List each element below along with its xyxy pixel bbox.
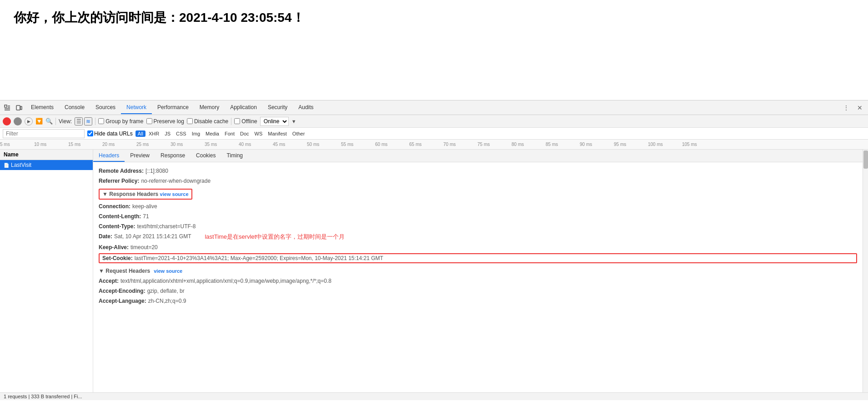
- filter-xhr-btn[interactable]: XHR: [146, 130, 161, 137]
- tick-55ms: 55 ms: [341, 142, 353, 147]
- toolbar-divider-1: [55, 118, 56, 125]
- tick-60ms: 60 ms: [375, 142, 387, 147]
- filter-manifest-btn[interactable]: Manifest: [266, 130, 289, 137]
- tab-application[interactable]: Application: [225, 101, 262, 114]
- detail-tab-cookies[interactable]: Cookies: [191, 150, 221, 162]
- filter-media-btn[interactable]: Media: [203, 130, 221, 137]
- inspect-icon[interactable]: [2, 102, 13, 113]
- hide-data-urls-checkbox[interactable]: [87, 130, 93, 136]
- record-button[interactable]: [3, 117, 11, 125]
- detail-tab-preview[interactable]: Preview: [125, 150, 155, 162]
- offline-label[interactable]: Offline: [234, 118, 257, 125]
- filter-js-btn[interactable]: JS: [162, 130, 173, 137]
- detail-tab-headers[interactable]: Headers: [93, 150, 125, 162]
- list-view-icon[interactable]: ☰: [75, 117, 83, 125]
- detail-scrollbar[interactable]: [863, 150, 868, 392]
- hide-data-urls-label[interactable]: Hide data URLs: [87, 130, 133, 137]
- device-toolbar-icon[interactable]: [14, 102, 25, 113]
- svg-rect-5: [16, 105, 20, 110]
- close-devtools-icon[interactable]: ✕: [854, 102, 865, 113]
- group-by-frame-checkbox[interactable]: [98, 118, 104, 124]
- response-headers-toggle[interactable]: ▼ Response Headers: [102, 191, 158, 197]
- content-length-row: Content-Length: 71: [99, 211, 857, 221]
- content-type-value: text/html;charset=UTF-8: [137, 222, 196, 231]
- page-content: 你好，你上次的访问时间是：2021-4-10 23:05:54！: [0, 0, 868, 100]
- toolbar-divider-3: [231, 118, 231, 125]
- request-headers-toggle[interactable]: ▼ Request Headers: [99, 268, 150, 274]
- filter-ws-btn[interactable]: WS: [252, 130, 265, 137]
- tick-45ms: 45 ms: [273, 142, 285, 147]
- filter-icon[interactable]: 🔽: [35, 118, 43, 125]
- accept-encoding-row: Accept-Encoding: gzip, deflate, br: [99, 286, 857, 296]
- tick-65ms: 65 ms: [409, 142, 421, 147]
- tab-audits[interactable]: Audits: [293, 101, 319, 114]
- search-icon[interactable]: 🔍: [45, 118, 53, 125]
- filter-img-btn[interactable]: Img: [190, 130, 202, 137]
- detail-tab-timing[interactable]: Timing: [221, 150, 248, 162]
- video-button[interactable]: ▶: [25, 117, 33, 125]
- group-by-frame-label[interactable]: Group by frame: [98, 118, 143, 125]
- status-bar: 1 requests | 333 B transferred | Fi...: [0, 392, 868, 400]
- devtools-tabs-list: Elements Console Sources Network Perform…: [25, 101, 841, 114]
- request-item-lastvisit[interactable]: 📄 LastVisit: [0, 160, 93, 170]
- tab-memory[interactable]: Memory: [194, 101, 225, 114]
- tick-105ms: 105 ms: [682, 142, 697, 147]
- tab-network[interactable]: Network: [121, 101, 152, 114]
- remote-address-label: Remote Address:: [99, 167, 144, 175]
- tick-85ms: 85 ms: [546, 142, 558, 147]
- filter-font-btn[interactable]: Font: [222, 130, 237, 137]
- request-view-source-link[interactable]: view source: [154, 268, 182, 274]
- keep-alive-row: Keep-Alive: timeout=20: [99, 242, 857, 252]
- response-view-source-link[interactable]: view source: [160, 191, 189, 197]
- disable-cache-checkbox[interactable]: [187, 118, 193, 124]
- stop-button[interactable]: [14, 117, 22, 125]
- tab-console[interactable]: Console: [59, 101, 90, 114]
- filter-all-btn[interactable]: All: [135, 130, 146, 137]
- filter-other-btn[interactable]: Other: [290, 130, 307, 137]
- annotation-text: lastTime是在servlet中设置的名字，过期时间是一个月: [205, 232, 345, 241]
- accept-language-value: zh-CN,zh;q=0.9: [148, 297, 186, 305]
- waterfall-view-icon[interactable]: ≋: [84, 117, 92, 125]
- offline-checkbox[interactable]: [234, 118, 240, 124]
- tick-70ms: 70 ms: [443, 142, 456, 147]
- filter-input[interactable]: [3, 129, 85, 138]
- referrer-policy-label: Referrer Policy:: [99, 177, 139, 185]
- tab-elements[interactable]: Elements: [25, 101, 59, 114]
- timeline-bar: 5 ms 10 ms 15 ms 20 ms 25 ms 30 ms 35 ms…: [0, 140, 868, 150]
- response-headers-section: ▼ Response Headers view source: [99, 189, 857, 200]
- request-item-name: LastVisit: [11, 162, 31, 168]
- preserve-log-checkbox[interactable]: [146, 118, 152, 124]
- svg-rect-0: [5, 105, 7, 107]
- scrollbar-thumb[interactable]: [863, 150, 868, 169]
- request-doc-icon: 📄: [4, 163, 9, 168]
- tab-sources[interactable]: Sources: [90, 101, 121, 114]
- throttling-select[interactable]: Online: [260, 117, 289, 126]
- accept-label: Accept:: [99, 277, 119, 285]
- keep-alive-value: timeout=20: [130, 243, 158, 251]
- tick-30ms: 30 ms: [171, 142, 183, 147]
- tick-40ms: 40 ms: [239, 142, 251, 147]
- request-headers-section: ▼ Request Headers view source: [99, 268, 857, 274]
- hide-data-urls-text: Hide data URLs: [94, 130, 133, 137]
- date-value: Sat, 10 Apr 2021 15:14:21 GMT: [114, 232, 191, 241]
- filter-types: All XHR JS CSS Img Media Font Doc WS Man…: [135, 130, 307, 137]
- tab-performance[interactable]: Performance: [152, 101, 194, 114]
- requests-panel: Name 📄 LastVisit: [0, 150, 93, 392]
- view-icons: ☰ ≋: [75, 117, 92, 125]
- tick-5ms: 5 ms: [0, 142, 10, 147]
- throttle-down-icon[interactable]: ▼: [291, 119, 296, 124]
- preserve-log-label[interactable]: Preserve log: [146, 118, 184, 125]
- toolbar-divider-2: [95, 118, 95, 125]
- more-options-icon[interactable]: ⋮: [841, 102, 852, 113]
- detail-tab-response[interactable]: Response: [155, 150, 191, 162]
- requests-column-header: Name: [0, 150, 93, 160]
- filter-doc-btn[interactable]: Doc: [238, 130, 251, 137]
- filter-css-btn[interactable]: CSS: [174, 130, 189, 137]
- content-length-label: Content-Length:: [99, 212, 141, 221]
- content-length-value: 71: [143, 212, 149, 221]
- tick-90ms: 90 ms: [580, 142, 592, 147]
- accept-encoding-value: gzip, deflate, br: [147, 287, 185, 295]
- accept-language-label: Accept-Language:: [99, 297, 146, 305]
- disable-cache-label[interactable]: Disable cache: [187, 118, 228, 125]
- tab-security[interactable]: Security: [262, 101, 293, 114]
